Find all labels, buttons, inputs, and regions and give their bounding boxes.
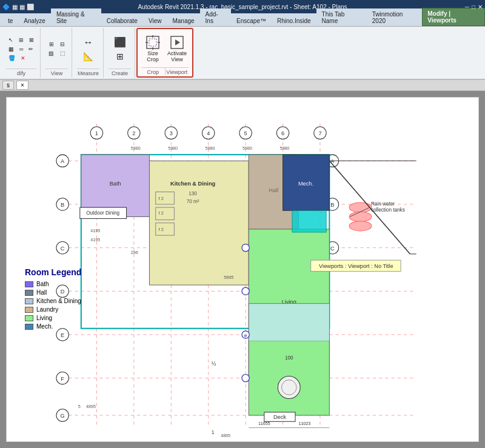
svg-text:Kitchen & Dining: Kitchen & Dining [170, 181, 215, 187]
svg-text:6: 6 [281, 130, 284, 136]
ribbon-group-view: ⊞ ⊟ ▨ ⬚ View [42, 28, 72, 78]
svg-text:f 2: f 2 [159, 227, 164, 232]
main-drawing-area[interactable]: 1 2 3 4 5 6 7 A B C D E F [0, 91, 485, 448]
svg-text:Mech.: Mech. [298, 181, 313, 187]
btn-link[interactable]: ⊠ [27, 36, 36, 44]
svg-text:5980: 5980 [206, 146, 215, 151]
tab-massing[interactable]: Massing & Site [51, 8, 101, 26]
crop-viewport-buttons: Size Crop Activate View [141, 30, 189, 67]
svg-text:5895: 5895 [224, 275, 233, 280]
btn-select[interactable]: ↖ [6, 36, 16, 44]
svg-text:C: C [330, 246, 335, 252]
btn-paint[interactable]: 🪣 [6, 54, 18, 62]
tab-rhino[interactable]: Rhino.Inside [272, 15, 316, 26]
svg-text:f 2: f 2 [159, 196, 164, 201]
legend-item-laundry: Laundry [25, 306, 81, 313]
tab-tabname[interactable]: This Tab Name [316, 8, 367, 26]
btn-delete[interactable]: ✕ [18, 54, 28, 62]
tab-enscape[interactable]: Enscape™ [231, 15, 272, 26]
btn-measure2[interactable]: 📐 [81, 50, 96, 62]
btn-linework[interactable]: ✏ [26, 45, 36, 53]
doc-tab-close[interactable]: × [16, 81, 28, 90]
legend-label-laundry: Laundry [36, 306, 58, 313]
ribbon-tabs: te Analyze Massing & Site Collaborate Vi… [0, 13, 485, 27]
btn-view1[interactable]: ⊞ [47, 40, 56, 48]
maximize-icon[interactable]: □ [472, 4, 475, 10]
btn-view2[interactable]: ⊟ [58, 40, 67, 48]
svg-text:1: 1 [95, 130, 98, 136]
svg-text:B: B [330, 202, 334, 208]
legend-label-mech: Mech. [36, 323, 53, 330]
close-icon[interactable]: ✕ [478, 4, 483, 10]
svg-point-83 [349, 221, 372, 231]
group-label-crop: Crop [141, 67, 166, 75]
tab-collaborate[interactable]: Collaborate [101, 15, 143, 26]
ribbon-group-crop-viewport: Size Crop Activate View Crop Viewport [136, 28, 193, 78]
btn-properties[interactable]: ▦ [6, 45, 16, 53]
svg-text:4195: 4195 [90, 229, 100, 233]
view-buttons: ⊞ ⊟ ▨ ⬚ [46, 29, 68, 69]
btn-view4[interactable]: ⬚ [58, 49, 68, 58]
ribbon-group-measure: ↔ 📐 Measure [73, 28, 104, 78]
document-tabs: s × [0, 80, 485, 91]
legend-item-mech: Mech. [25, 323, 81, 330]
svg-text:f 2: f 2 [159, 211, 164, 216]
legend-color-kitchen [25, 298, 33, 304]
legend-label-kitchen: Kitchen & Dining [36, 298, 81, 304]
svg-rect-1 [149, 39, 156, 46]
svg-text:½: ½ [212, 361, 216, 367]
svg-text:5980: 5980 [131, 146, 141, 151]
btn-filter[interactable]: ⊞ [16, 36, 26, 44]
btn-measure1[interactable]: ↔ [81, 36, 96, 49]
svg-text:296: 296 [131, 250, 138, 255]
btn-create2[interactable]: ⊞ [114, 50, 126, 62]
group-label-view: View [45, 69, 68, 76]
tab-twinmotion[interactable]: Twinmotion 2020 [367, 8, 423, 26]
svg-rect-0 [147, 36, 159, 48]
svg-point-81 [349, 202, 372, 212]
svg-text:5: 5 [78, 404, 81, 409]
quick-access: ▦ ▦ ⬜ [12, 4, 34, 10]
legend-color-bath [25, 281, 33, 287]
svg-text:G: G [61, 413, 65, 419]
tab-addins[interactable]: Add-Ins [200, 8, 232, 26]
legend-color-mech [25, 324, 33, 330]
btn-create1[interactable]: ⬛ [112, 35, 129, 49]
svg-marker-7 [175, 39, 180, 45]
svg-text:A: A [61, 158, 65, 164]
svg-text:4895: 4895 [86, 404, 96, 409]
legend-color-hall [25, 290, 33, 296]
btn-size-crop[interactable]: Size Crop [141, 33, 164, 65]
doc-tab-s[interactable]: s [2, 81, 14, 90]
window-controls[interactable]: ─ □ ✕ [465, 4, 483, 10]
minimize-icon[interactable]: ─ [465, 4, 469, 10]
legend-label-living: Living [36, 315, 52, 321]
btn-activate-view[interactable]: Activate View [166, 33, 189, 65]
svg-text:F: F [61, 376, 64, 382]
tab-analyze[interactable]: Analyze [18, 15, 51, 26]
tab-modify-viewports[interactable]: Modify | Viewports [422, 8, 485, 26]
legend-label-hall: Hall [36, 289, 47, 296]
tab-manage[interactable]: Manage [167, 15, 199, 26]
svg-point-111 [242, 244, 249, 252]
legend-label-bath: Bath [36, 281, 49, 287]
legend-item-bath: Bath [25, 281, 81, 287]
ribbon: ↖ ⊞ ⊠ ▦ ═ ✏ 🪣 ✕ dify ⊞ [0, 27, 485, 80]
svg-text:2: 2 [132, 130, 135, 136]
title-bar-controls[interactable]: 🔷 ▦ ▦ ⬜ [2, 4, 34, 10]
svg-text:Viewports : Viewport : No Titl: Viewports : Viewport : No Title [319, 263, 393, 269]
legend-item-living: Living [25, 315, 81, 321]
group-label-create: Create [109, 69, 131, 76]
svg-text:Rain water: Rain water [371, 201, 395, 207]
btn-align[interactable]: ═ [17, 45, 25, 53]
svg-text:collection tanks: collection tanks [371, 207, 405, 213]
group-label-measure: Measure [77, 69, 99, 76]
svg-text:11023: 11023 [298, 421, 310, 426]
tab-te[interactable]: te [2, 15, 18, 26]
btn-view3[interactable]: ▨ [46, 49, 56, 58]
tab-view[interactable]: View [143, 15, 167, 26]
legend-item-kitchen: Kitchen & Dining [25, 298, 81, 304]
svg-text:5: 5 [244, 130, 247, 136]
svg-text:⊕: ⊕ [244, 333, 247, 338]
group-label-viewport: Viewport [166, 67, 189, 75]
